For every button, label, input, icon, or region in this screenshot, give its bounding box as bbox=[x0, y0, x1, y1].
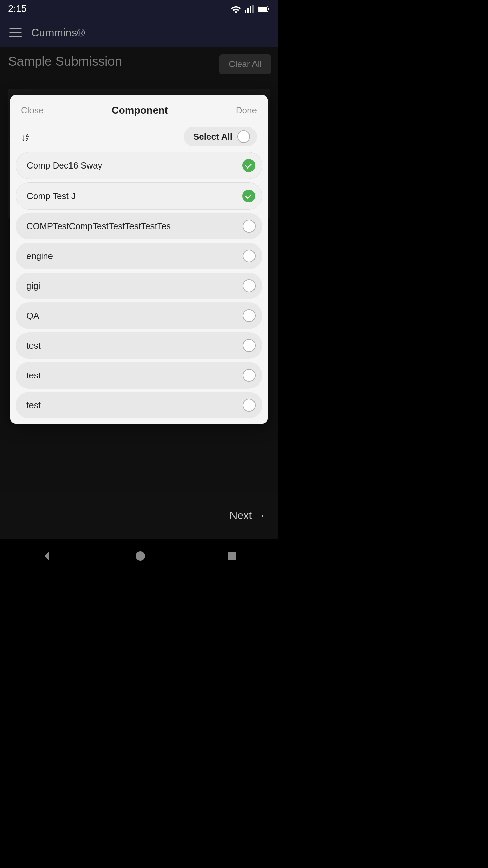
svg-rect-7 bbox=[258, 7, 267, 11]
component-modal: Close Component Done ↓ A Z Select All bbox=[10, 95, 268, 424]
battery-icon bbox=[258, 5, 270, 12]
list-item-label: QA bbox=[26, 311, 39, 321]
list-item[interactable]: Comp Dec16 Sway bbox=[16, 152, 262, 179]
list-item-label: test bbox=[26, 340, 41, 351]
sort-az-icon: ↓ A Z bbox=[21, 131, 33, 142]
svg-marker-11 bbox=[44, 551, 49, 561]
modal-done-button[interactable]: Done bbox=[236, 105, 257, 116]
next-button[interactable]: Next → bbox=[229, 509, 266, 522]
home-icon bbox=[135, 551, 146, 561]
app-title: Cummins® bbox=[31, 26, 85, 39]
list-item[interactable]: test bbox=[16, 362, 262, 389]
list-item[interactable]: Comp Test J bbox=[16, 182, 262, 210]
svg-text:↓: ↓ bbox=[21, 132, 26, 142]
modal-close-button[interactable]: Close bbox=[21, 105, 43, 116]
hamburger-menu-icon[interactable] bbox=[9, 28, 22, 37]
modal-overlay: Close Component Done ↓ A Z Select All bbox=[0, 47, 278, 492]
home-button[interactable] bbox=[135, 551, 146, 561]
list-item-radio[interactable] bbox=[243, 369, 256, 382]
list-item[interactable]: QA bbox=[16, 302, 262, 329]
bottom-bar: Next → bbox=[0, 492, 278, 539]
app-bar: Cummins® bbox=[0, 18, 278, 47]
svg-rect-13 bbox=[228, 552, 236, 560]
back-icon bbox=[41, 550, 53, 562]
modal-list: Comp Dec16 SwayComp Test JCOMPTestCompTe… bbox=[10, 152, 268, 424]
list-item-label: COMPTestCompTestTestTestTestTes bbox=[26, 221, 171, 232]
list-item[interactable]: COMPTestCompTestTestTestTestTes bbox=[16, 213, 262, 239]
android-nav bbox=[0, 539, 278, 573]
list-item-radio[interactable] bbox=[243, 279, 256, 292]
select-all-label: Select All bbox=[193, 132, 232, 142]
modal-toolbar: ↓ A Z Select All bbox=[10, 123, 268, 152]
list-item-label: test bbox=[26, 370, 41, 381]
sort-az-button[interactable]: ↓ A Z bbox=[21, 131, 33, 142]
list-item[interactable]: test bbox=[16, 392, 262, 418]
list-item[interactable]: test bbox=[16, 332, 262, 359]
list-item-label: test bbox=[26, 400, 41, 411]
list-item-radio[interactable] bbox=[243, 309, 256, 322]
back-button[interactable] bbox=[41, 550, 53, 562]
list-item-radio[interactable] bbox=[243, 339, 256, 352]
list-item-label: Comp Dec16 Sway bbox=[27, 160, 102, 171]
svg-point-0 bbox=[235, 11, 237, 13]
list-item-radio[interactable] bbox=[242, 190, 255, 202]
svg-rect-3 bbox=[250, 6, 251, 13]
list-item[interactable]: gigi bbox=[16, 273, 262, 299]
list-item-radio[interactable] bbox=[243, 399, 256, 412]
svg-point-12 bbox=[136, 551, 145, 561]
recents-button[interactable] bbox=[227, 551, 237, 561]
status-bar: 2:15 bbox=[0, 0, 278, 18]
main-content: Sample Submission Clear All C C C B U C … bbox=[0, 47, 278, 492]
list-item-radio[interactable] bbox=[242, 159, 255, 172]
svg-rect-6 bbox=[268, 8, 269, 10]
list-item-label: Comp Test J bbox=[27, 191, 76, 201]
svg-rect-2 bbox=[247, 8, 249, 13]
list-item-radio[interactable] bbox=[243, 250, 256, 262]
select-all-container[interactable]: Select All bbox=[184, 127, 257, 146]
svg-rect-1 bbox=[245, 10, 246, 13]
recents-icon bbox=[227, 551, 237, 561]
wifi-icon bbox=[230, 5, 241, 13]
svg-rect-4 bbox=[252, 5, 254, 13]
signal-icon bbox=[245, 5, 254, 13]
list-item-label: gigi bbox=[26, 281, 40, 291]
status-time: 2:15 bbox=[8, 3, 27, 14]
modal-title: Component bbox=[111, 104, 168, 116]
list-item-radio[interactable] bbox=[243, 220, 256, 233]
modal-header: Close Component Done bbox=[10, 95, 268, 123]
select-all-radio[interactable] bbox=[237, 130, 250, 143]
status-icons bbox=[230, 5, 270, 13]
list-item-label: engine bbox=[26, 251, 53, 261]
svg-text:Z: Z bbox=[26, 137, 29, 142]
list-item[interactable]: engine bbox=[16, 243, 262, 269]
